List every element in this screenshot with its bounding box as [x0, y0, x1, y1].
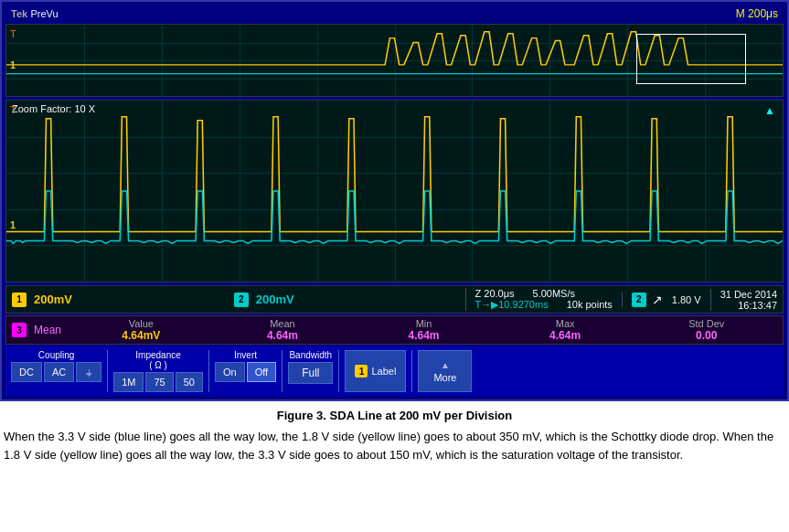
- info-bar: 1 200mV 2 200mV Z 20.0μs 5.00MS/s T→▶10.…: [5, 285, 784, 314]
- measurement-bar: 3 Mean Value 4.64mV Mean 4.64m Min 4.64m…: [5, 315, 784, 345]
- meas-col-max: Max 4.64m: [495, 318, 636, 342]
- ch2-info: 2 200mV: [234, 293, 456, 307]
- label-button[interactable]: 1 Label: [345, 350, 406, 392]
- coupling-ac-button[interactable]: AC: [44, 362, 74, 382]
- divider-3: [282, 350, 283, 392]
- overview-screen: T 1: [5, 24, 784, 97]
- impedance-50-button[interactable]: 50: [176, 372, 203, 392]
- divider-2: [208, 350, 209, 392]
- meas-header-mean: Mean: [270, 318, 295, 329]
- coupling-group: Coupling DC AC ⏚: [11, 350, 101, 392]
- impedance-75-button[interactable]: 75: [145, 372, 173, 392]
- ch1-marker-zoom: 1: [10, 219, 16, 230]
- zoom-time: Z 20.0μs: [475, 288, 515, 299]
- ch1-marker-overview: 1: [10, 59, 16, 70]
- osc-header: Tek PreVu M 200μs: [5, 5, 784, 22]
- timing-row1: Z 20.0μs 5.00MS/s: [475, 288, 613, 299]
- impedance-group: Impedance( Ω ) 1M 75 50: [113, 350, 203, 392]
- date-time: 31 Dec 2014 16:13:47: [710, 289, 777, 311]
- bandwidth-group: Bandwidth Full: [288, 350, 333, 392]
- coupling-label: Coupling: [38, 350, 74, 360]
- description-text: When the 3.3 V side (blue line) goes all…: [0, 428, 789, 463]
- more-label: More: [433, 372, 456, 383]
- corner-arrow-icon: ▲: [764, 104, 775, 117]
- timing-row2: T→▶10.9270ms 10k points: [475, 299, 613, 311]
- meas-ch-label: Mean: [34, 324, 61, 336]
- meas-header-stddev: Std Dev: [688, 318, 724, 329]
- divider-1: [107, 350, 108, 392]
- more-button[interactable]: ▲ More: [418, 350, 472, 392]
- ch1-badge: 1: [12, 293, 27, 307]
- meas-col-value: Value 4.64mV: [70, 318, 212, 342]
- meas-col-stddev: Std Dev 0.00: [635, 318, 777, 342]
- bandwidth-button[interactable]: Full: [288, 362, 333, 384]
- label-badge: 1: [355, 365, 368, 378]
- meas-header-max: Max: [556, 318, 575, 329]
- meas-ch-indicator: 3 Mean: [12, 323, 61, 337]
- impedance-buttons: 1M 75 50: [113, 372, 203, 392]
- date-label: 31 Dec 2014: [720, 289, 777, 300]
- divider-5: [411, 350, 412, 392]
- t-marker-zoom: T: [10, 104, 16, 115]
- position: T→▶10.9270ms: [475, 299, 549, 311]
- meas-col-mean: Mean 4.64m: [212, 318, 354, 342]
- meas-val-value: 4.64mV: [122, 329, 160, 342]
- timing-info: Z 20.0μs 5.00MS/s T→▶10.9270ms 10k point…: [465, 288, 613, 311]
- meas-val-min: 4.64m: [409, 329, 440, 342]
- ch2-badge: 2: [234, 293, 249, 307]
- invert-on-button[interactable]: On: [215, 362, 245, 382]
- meas-val-stddev: 0.00: [696, 329, 717, 342]
- meas-val-mean: 4.64m: [267, 329, 298, 342]
- points: 10k points: [567, 299, 613, 311]
- ch2-voltage: 200mV: [256, 293, 294, 306]
- t-marker: T: [10, 28, 16, 39]
- meas-header-value: Value: [129, 318, 154, 329]
- divider-4: [338, 350, 339, 392]
- meas-val-max: 4.64m: [549, 329, 581, 342]
- sample-rate: 5.00MS/s: [533, 288, 575, 299]
- meas-header-min: Min: [416, 318, 432, 329]
- ch1-info: 1 200mV: [12, 293, 234, 307]
- ch2-detail: 2 ↗ 1.80 V: [622, 293, 701, 307]
- zoom-screen: Zoom Factor: 10 X T ▲ 1: [5, 100, 784, 282]
- impedance-1m-button[interactable]: 1M: [113, 372, 144, 392]
- oscilloscope: Tek PreVu M 200μs T 1: [0, 0, 789, 401]
- invert-group: Invert On Off: [215, 350, 276, 392]
- prevu-label: PreVu: [30, 8, 58, 19]
- invert-buttons: On Off: [215, 362, 276, 382]
- zoom-region-box: [636, 34, 746, 84]
- ch2-detail-badge: 2: [632, 293, 646, 307]
- bandwidth-label: Bandwidth: [289, 350, 332, 360]
- meas-table: Value 4.64mV Mean 4.64m Min 4.64m Max 4.…: [70, 318, 777, 342]
- controls-bar: Coupling DC AC ⏚ Impedance( Ω ) 1M 75 50…: [5, 346, 784, 396]
- invert-label: Invert: [234, 350, 257, 360]
- timebase-label: M 200μs: [736, 7, 778, 20]
- meas-col-min: Min 4.64m: [353, 318, 495, 342]
- more-arrow-icon: ▲: [441, 360, 450, 370]
- time-label: 16:13:47: [720, 300, 777, 311]
- coupling-dc-button[interactable]: DC: [11, 362, 42, 382]
- ch1-voltage: 200mV: [34, 293, 72, 306]
- voltage-ref: 1.80 V: [672, 294, 701, 305]
- coupling-gnd-button[interactable]: ⏚: [76, 362, 101, 382]
- brand-label: Tek PreVu: [11, 7, 59, 20]
- label-btn-text: Label: [371, 366, 396, 377]
- impedance-label: Impedance( Ω ): [135, 350, 180, 370]
- meas-badge: 3: [12, 323, 27, 337]
- invert-off-button[interactable]: Off: [247, 362, 276, 382]
- tek-label: Tek: [11, 8, 27, 19]
- zoom-waveform: [6, 101, 783, 282]
- zoom-factor-label: Zoom Factor: 10 X: [12, 103, 95, 114]
- coupling-buttons: DC AC ⏚: [11, 362, 101, 382]
- ch2-symbol: ↗: [652, 293, 663, 307]
- figure-caption: Figure 3. SDA Line at 200 mV per Divisio…: [0, 409, 789, 422]
